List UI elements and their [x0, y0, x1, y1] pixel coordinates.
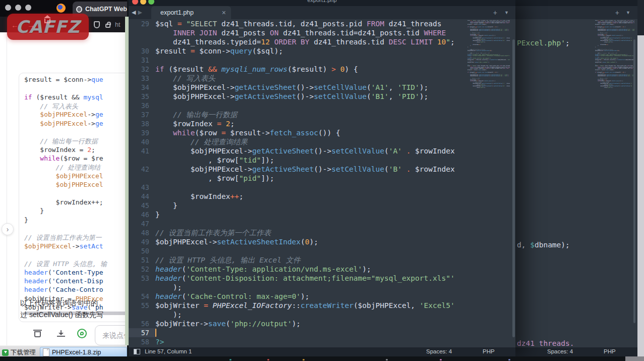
editor-titlebar[interactable]: export1.php — [129, 0, 515, 6]
code-line: $objPHPExcel->setAct — [24, 242, 107, 251]
indent-setting[interactable]: Spaces: 4 — [426, 348, 452, 354]
code-line[interactable]: 34 $objPHPExcel->getActiveSheet()->setCe… — [129, 83, 515, 92]
code-line[interactable]: 30$result = $conn->query($sql); — [129, 46, 515, 56]
code-line[interactable]: 29$sql = "SELECT dz41_threads.tid, dz41_… — [129, 19, 515, 28]
code-line[interactable]: 55$objWriter = PHPExcel_IOFactory::creat… — [129, 301, 515, 310]
close-icon[interactable]: × — [222, 9, 226, 17]
downloaded-file-name: PHPExcel-1.8.zip — [52, 349, 101, 356]
code-editor[interactable]: 29$sql = "SELECT dz41_threads.tid, dz41_… — [129, 19, 515, 347]
back-titlebar[interactable] — [514, 0, 637, 6]
sidebar-expand-button[interactable]: › — [2, 223, 14, 235]
code-line[interactable]: ); — [129, 283, 515, 292]
code-line[interactable]: 44 $rowIndex++; — [129, 192, 515, 201]
syntax-setting[interactable]: PHP — [483, 348, 495, 354]
code-line[interactable]: , $row["pid"]); — [129, 174, 515, 183]
code-line[interactable]: 54header('Cache-Control: max-age=0'); — [129, 292, 515, 301]
code-line[interactable]: 50 — [129, 246, 515, 255]
tab-nav-arrows[interactable]: ◀▶ — [132, 9, 144, 16]
back-tabbar: + ▼ — [514, 6, 637, 19]
code-line[interactable]: 32if ($result && mysqli_num_rows($result… — [129, 65, 515, 74]
code-line: // 处理查询结 — [24, 163, 107, 172]
new-tab-button[interactable]: + — [493, 9, 497, 17]
line-number: 33 — [129, 74, 155, 83]
url-text[interactable]: ht — [115, 21, 120, 28]
code-line[interactable]: 42 $objPHPExcel->getActiveSheet()->setCe… — [129, 165, 515, 174]
code-line[interactable]: ); — [129, 310, 515, 319]
trash-icon[interactable] — [34, 331, 41, 337]
lock-icon[interactable] — [105, 24, 110, 28]
code-line[interactable]: 38 $rowIndex = 2; — [129, 119, 515, 128]
code-line: // 设置当前工作表为第一 — [24, 233, 107, 242]
line-number: 53 — [129, 274, 155, 283]
code-line[interactable]: 56$objWriter->save('php://output'); — [129, 319, 515, 328]
window-control-icon[interactable] — [5, 5, 11, 11]
indent-setting[interactable]: Spaces: 4 — [547, 348, 573, 354]
line-number: 44 — [129, 192, 155, 201]
chat-input[interactable] — [95, 325, 127, 345]
dock-app-dot — [508, 359, 510, 360]
code-line[interactable]: 45 } — [129, 201, 515, 210]
browser-tab-title: ChatGPT Web — [85, 6, 127, 13]
window-control-icon[interactable] — [15, 5, 21, 11]
tab-export1-php[interactable]: export1.php × — [151, 6, 231, 19]
code-fragment: dz41_threads. — [517, 339, 574, 347]
line-number — [129, 174, 155, 183]
tab-overflow-menu[interactable]: ▼ — [626, 10, 630, 15]
code-line[interactable]: 53header('Content-Disposition: attachmen… — [129, 274, 515, 283]
syntax-setting[interactable]: PHP — [604, 348, 616, 354]
code-line[interactable]: 40 // 处理查询结果 — [129, 137, 515, 146]
tab-overflow-menu[interactable]: ▼ — [504, 10, 509, 15]
code-line: header('Content-Disp — [24, 277, 107, 286]
background-window-sliver — [637, 35, 644, 358]
scrollbar[interactable] — [633, 39, 635, 323]
code-line[interactable]: 43 — [129, 183, 515, 192]
scrollbar[interactable] — [512, 39, 515, 337]
line-number: 42 — [129, 165, 155, 174]
forward-arrow-icon: → — [27, 21, 35, 29]
code-line: $rowIndex++; — [24, 198, 107, 207]
code-line[interactable]: 33 // 写入表头 — [129, 74, 515, 83]
cursor-position: Line 57, Column 1 — [145, 348, 192, 354]
dock-app-dot — [229, 359, 231, 360]
code-line[interactable]: , $row["tid"]); — [129, 156, 515, 165]
code-line[interactable]: 46} — [129, 210, 515, 219]
forward-arrow-icon: ▶ — [138, 9, 144, 15]
editor-tabbar: ◀▶ export1.php × + ▼ — [129, 6, 515, 19]
code-fragment: d, $dbname); — [517, 241, 570, 249]
code-line: // 输出每一行数据 — [24, 137, 107, 145]
code-line[interactable]: 41 $objPHPExcel->getActiveSheet()->setCe… — [129, 146, 515, 156]
code-line[interactable]: 35 $objPHPExcel->getActiveSheet()->setCe… — [129, 92, 515, 101]
dock-edge — [0, 356, 644, 361]
firefox-icon — [56, 4, 66, 13]
line-number: 55 — [129, 301, 155, 310]
code-line[interactable]: 57 — [129, 328, 515, 337]
code-line[interactable]: 52header('Content-Type: application/vnd.… — [129, 265, 515, 274]
assistant-text-line: 以上代码将查询语句中的 — [20, 299, 98, 308]
code-line[interactable]: 51// 设置 HTTP 头信息, 输出 Excel 文件 — [129, 255, 515, 265]
code-line[interactable]: 37 // 输出每一行数据 — [129, 110, 515, 119]
code-line: } — [24, 207, 107, 216]
code-line[interactable]: INNER JOIN dz41_posts ON dz41_threads.ti… — [129, 28, 515, 37]
whatsapp-icon[interactable] — [77, 329, 87, 338]
download-icon[interactable] — [57, 330, 65, 337]
code-line[interactable]: 49$objPHPExcel->setActiveSheetIndex(0); — [129, 237, 515, 246]
code-line[interactable]: 58?> — [129, 337, 515, 346]
line-number: 39 — [129, 128, 155, 137]
code-line[interactable]: 48// 设置当前工作表为第一个工作表 — [129, 228, 515, 237]
line-number: 48 — [129, 228, 155, 237]
code-line[interactable]: 36 — [129, 101, 515, 110]
code-line[interactable]: 39 while($row = $result->fetch_assoc()) … — [129, 128, 515, 137]
line-number — [129, 156, 155, 165]
new-tab-button[interactable]: + — [615, 9, 619, 17]
shield-icon[interactable] — [94, 21, 100, 28]
editor-window-back: + ▼ PExcel.php';d, $dbname);dz41_threads… — [514, 0, 637, 356]
minimap[interactable]: $sql = "SELECT dz41_threads.tid, dz41_po… — [467, 20, 510, 89]
panel-toggle-icon[interactable] — [134, 349, 140, 354]
code-line[interactable]: 31 — [129, 56, 515, 65]
window-title: export1.php — [129, 0, 515, 3]
code-line[interactable]: 47 — [129, 219, 515, 228]
code-line[interactable]: dz41_threads.typeid=12 ORDER BY dz41_thr… — [129, 37, 515, 46]
code-line: header('Cache-Contro — [24, 286, 107, 294]
window-control-icon[interactable] — [25, 5, 31, 11]
minimap[interactable]: $sql = "SELECT dz41_threads.tid, dz41_po… — [595, 20, 634, 89]
